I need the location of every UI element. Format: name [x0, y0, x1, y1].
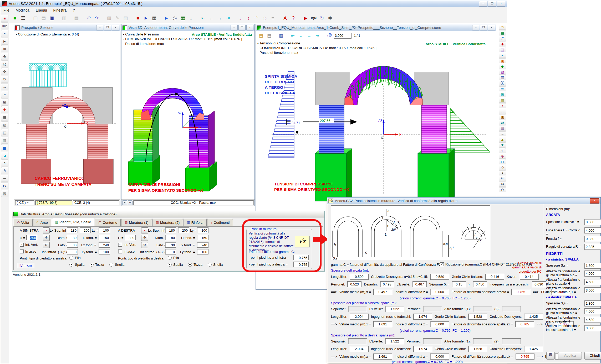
tri-up-icon[interactable]: ▲	[499, 137, 506, 142]
lx-inf-field[interactable]: 200	[80, 227, 91, 233]
layers2-icon[interactable]: ▤	[499, 47, 506, 52]
pointer-icon[interactable]: ►	[142, 14, 150, 22]
circle-button-left-2[interactable]: ⊙	[43, 242, 50, 248]
undo-icon[interactable]: ↶	[85, 14, 93, 22]
nav-first-icon[interactable]: ⇤	[289, 32, 297, 39]
copy-icon[interactable]: ▩	[105, 14, 113, 22]
text-icon[interactable]: A	[1, 159, 8, 167]
calculator-icon[interactable]: ▦	[150, 14, 158, 22]
scale-icon[interactable]: Ⓢ	[325, 32, 333, 39]
grid3-icon[interactable]: ▦	[499, 126, 506, 131]
dx-field[interactable]: 0	[67, 249, 78, 254]
Muratura (1)[interactable]: ▦ Muratura (1)	[121, 219, 152, 226]
hfond-field[interactable]: 150	[99, 235, 110, 240]
Tozza[interactable]: Tozza	[90, 263, 108, 267]
extents-icon[interactable]: ↔	[1, 83, 8, 90]
z-arcata-field[interactable]: 0.000	[430, 289, 449, 295]
L'Eveillé:[interactable]: 1.522	[385, 338, 404, 344]
indent-icon[interactable]: ≡	[269, 14, 277, 22]
h-field[interactable]: 300	[26, 235, 37, 240]
binoculars-icon[interactable]: ◎	[171, 14, 179, 22]
Piedritti, Pile, Spalle[interactable]: ▥ Piedritti, Pile, Spalle	[52, 218, 94, 226]
in-asse-checkbox[interactable]: In asse	[20, 249, 36, 253]
lx-sup-field-right[interactable]: 180	[165, 227, 176, 233]
tri-down-icon[interactable]: ▼	[499, 142, 506, 147]
Volta[interactable]: ◠ Volta	[14, 219, 33, 226]
nav-first-icon[interactable]: ⇤	[199, 14, 207, 22]
Séjourné (k =[interactable]: 0.15	[452, 281, 466, 287]
spessore-chiave-field[interactable]: 0.600	[584, 219, 601, 225]
pressure-curve-3d-drawing[interactable]: AZ Y X CURVA DELLE PRESSIONI PER SISMA O…	[121, 49, 254, 199]
circle-button-right-2[interactable]: ⊙	[141, 242, 148, 248]
hatch2-icon[interactable]: ▧	[499, 70, 506, 75]
luce-libera-field[interactable]: 4.000	[584, 227, 601, 233]
Kaven:[interactable]: 0.414	[520, 274, 539, 280]
L'Eveillé:[interactable]: 1.522	[385, 306, 404, 312]
nav-prev-icon[interactable]: ←	[207, 14, 216, 22]
lx-sup-field[interactable]: 180	[67, 227, 78, 233]
layers-icon[interactable]: ▤	[1, 129, 8, 136]
mesh-view-icon[interactable]: ▦	[499, 30, 506, 35]
scale-input[interactable]: 3.000	[334, 33, 352, 39]
zoom-out-icon[interactable]: ⊖	[1, 53, 8, 60]
dialog-titlebar[interactable]: √x Aedes.SAV. Ponti esistenti in muratur…	[327, 197, 600, 204]
ly-field-right[interactable]: 100	[197, 227, 208, 233]
menu-item[interactable]: File	[0, 8, 13, 13]
span-icon[interactable]: ↔	[499, 109, 506, 114]
zoom-window-icon[interactable]: ◎	[1, 60, 8, 67]
h1-dx-field[interactable]: 3.000	[584, 325, 601, 331]
window2-close-button[interactable]: ×	[246, 25, 253, 30]
options-list-icon[interactable]: ☰	[19, 14, 27, 22]
add-load-icon[interactable]: ✚	[499, 41, 506, 46]
stop-icon[interactable]: ■	[134, 14, 142, 22]
window2-minimize-button[interactable]: –	[231, 25, 238, 30]
Snella[interactable]: Snella	[109, 263, 128, 267]
hp-sx-field[interactable]: 4.000	[584, 271, 601, 277]
lyfond-field[interactable]: 100	[99, 249, 110, 254]
settings-icon[interactable]: ✱	[326, 14, 334, 22]
zoom-in-icon[interactable]: ⊕	[1, 45, 8, 52]
refresh-icon[interactable]: ↻	[318, 14, 326, 22]
(2):[interactable]	[502, 306, 521, 312]
Spalla[interactable]: Spalla	[168, 263, 186, 267]
Perronet:[interactable]: 0.523	[347, 281, 361, 287]
export-results-icon[interactable]: ►	[162, 14, 171, 22]
note-icon[interactable]: ◇	[261, 14, 269, 22]
youtube-icon[interactable]: ▶	[302, 14, 310, 22]
in-asse-checkbox-right[interactable]: In asse	[118, 249, 135, 253]
panel-titlebar[interactable]: Dati Struttura. Arco a Sesto Ribassato (…	[12, 211, 324, 217]
rotate-icon[interactable]: ↻	[1, 76, 8, 83]
scroll-right-button[interactable]: ►	[128, 200, 133, 205]
nav-next-icon[interactable]: →	[216, 14, 224, 22]
rows-icon[interactable]: ▥	[499, 75, 506, 80]
export-dwf-icon[interactable]: ▥	[60, 14, 68, 22]
list2-icon[interactable]: ≡	[499, 131, 506, 136]
lxfond-field[interactable]: 240	[99, 242, 110, 248]
nav-last-icon[interactable]: ⇥	[314, 32, 321, 39]
lxfond-field-right[interactable]: 240	[197, 242, 208, 248]
arc-tool-icon[interactable]: ◠	[252, 14, 261, 22]
pdf-icon[interactable]: A	[281, 14, 289, 22]
fv-icon[interactable]: FV	[1, 182, 8, 189]
hp-dx-field[interactable]: 4.000	[584, 308, 601, 314]
):[interactable]: 0.450	[473, 281, 487, 287]
select-icon[interactable]: ►	[1, 38, 8, 45]
Cedimenti[interactable]: ↓ Cedimenti	[207, 219, 233, 226]
factor-spalla-dx-field[interactable]: 0.765	[516, 353, 534, 360]
scroll-left-button[interactable]: ◄	[122, 200, 127, 205]
elevation-drawing[interactable]: AZ X O CARICO FERROVIARIO: TRENO SU META…	[14, 37, 120, 199]
mean-spalla-sx-field[interactable]: 1.691	[373, 321, 392, 327]
minimize-button[interactable]: –	[479, 1, 487, 7]
Ingegneri russi e tedeschi:[interactable]: 1.974	[413, 346, 432, 352]
Séjourné:[interactable]	[348, 306, 367, 312]
Perronet:[interactable]	[423, 338, 442, 344]
measure-icon[interactable]: M	[1, 91, 8, 98]
dialog-close-button[interactable]: ×	[590, 198, 599, 204]
Croizette-Desnoyers:[interactable]: 1.425	[524, 314, 543, 320]
diam-field-right[interactable]: 80	[165, 235, 176, 240]
circle2-icon[interactable]: ◐	[499, 148, 506, 153]
Ingegneri russi e tedeschi:[interactable]: 1.974	[413, 314, 432, 320]
box2-icon[interactable]: ▣	[499, 115, 506, 119]
section-icon[interactable]: ▧	[1, 190, 8, 197]
move-all-icon[interactable]: ↕	[244, 14, 252, 22]
